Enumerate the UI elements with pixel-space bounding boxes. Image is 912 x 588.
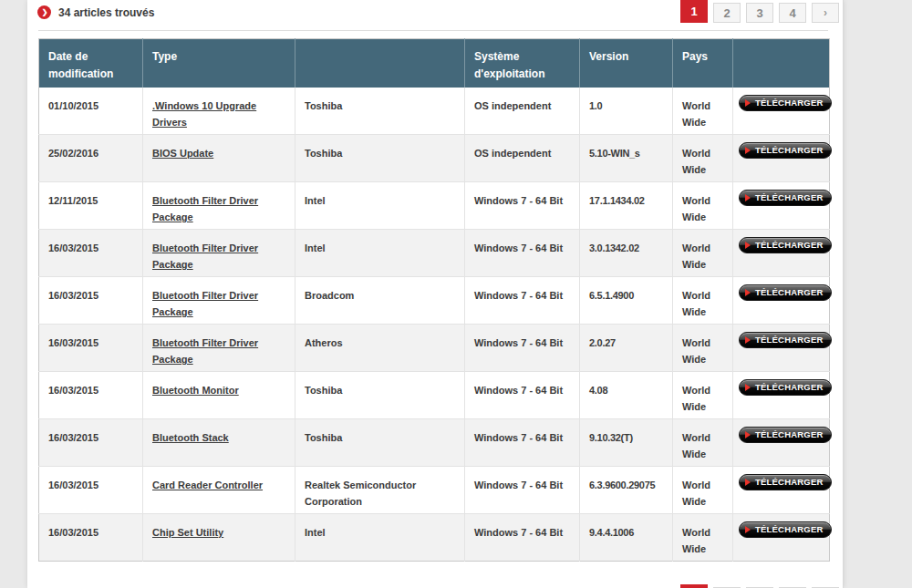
cell-download: TÉLÉCHARGER: [733, 230, 830, 277]
download-button[interactable]: TÉLÉCHARGER: [739, 474, 832, 490]
download-button[interactable]: TÉLÉCHARGER: [739, 427, 832, 443]
cell-country: World Wide: [673, 419, 733, 467]
cell-date: 01/10/2015: [39, 88, 143, 135]
download-arrow-icon: [745, 526, 751, 533]
cell-version: 4.08: [580, 372, 673, 419]
cell-country: World Wide: [673, 230, 733, 277]
cell-date: 25/02/2016: [39, 135, 143, 182]
cell-version: 3.0.1342.02: [580, 230, 673, 277]
column-header: Version: [580, 39, 673, 88]
results-bar: ❯ 34 articles trouvés 1234›: [27, 0, 843, 30]
page-button[interactable]: 3: [746, 3, 773, 23]
cell-download: TÉLÉCHARGER: [733, 277, 830, 325]
download-arrow-icon: [745, 99, 751, 107]
download-label: TÉLÉCHARGER: [755, 428, 824, 442]
cell-version: 6.5.1.4900: [580, 277, 673, 325]
cell-type: .Windows 10 Upgrade Drivers: [143, 88, 295, 135]
table-row: 16/03/2015 Bluetooth Filter Driver Packa…: [39, 325, 830, 372]
results-count: 34 articles trouvés: [58, 6, 154, 19]
cell-download: TÉLÉCHARGER: [733, 182, 830, 230]
download-arrow-icon: [745, 242, 751, 249]
cell-download: TÉLÉCHARGER: [733, 135, 830, 182]
driver-link[interactable]: Chip Set Utility: [152, 527, 223, 538]
cell-os: OS independent: [465, 88, 580, 135]
cell-download: TÉLÉCHARGER: [733, 467, 830, 514]
download-label: TÉLÉCHARGER: [755, 380, 824, 395]
download-button[interactable]: TÉLÉCHARGER: [739, 379, 832, 396]
table-row: 16/03/2015 Bluetooth Monitor Toshiba Win…: [39, 372, 830, 419]
cell-manufacturer: Toshiba: [295, 88, 465, 135]
driver-link[interactable]: Bluetooth Stack: [152, 432, 229, 443]
cell-os: Windows 7 - 64 Bit: [465, 325, 580, 372]
download-button[interactable]: TÉLÉCHARGER: [739, 521, 832, 538]
download-arrow-icon: [745, 431, 751, 438]
download-label: TÉLÉCHARGER: [755, 238, 824, 253]
cell-manufacturer: Intel: [295, 514, 465, 562]
download-arrow-icon: [745, 147, 751, 154]
download-label: TÉLÉCHARGER: [755, 143, 824, 158]
download-button[interactable]: TÉLÉCHARGER: [739, 190, 832, 206]
cell-version: 9.4.4.1006: [580, 514, 673, 562]
driver-link[interactable]: Bluetooth Monitor: [152, 385, 239, 396]
cell-country: World Wide: [673, 135, 733, 182]
driver-link[interactable]: BIOS Update: [152, 148, 213, 159]
cell-os: Windows 7 - 64 Bit: [465, 514, 580, 562]
cell-manufacturer: Broadcom: [295, 277, 465, 325]
download-button[interactable]: TÉLÉCHARGER: [739, 237, 832, 253]
page-button[interactable]: 1: [680, 584, 708, 588]
cell-manufacturer: Atheros: [295, 325, 465, 372]
cell-download: TÉLÉCHARGER: [733, 325, 830, 372]
download-arrow-icon: [745, 289, 751, 296]
column-header: Système d'exploitation: [465, 39, 580, 88]
driver-link[interactable]: .Windows 10 Upgrade Drivers: [152, 100, 256, 128]
next-page-button[interactable]: ›: [812, 3, 839, 23]
download-label: TÉLÉCHARGER: [755, 333, 824, 347]
cell-country: World Wide: [673, 325, 733, 372]
cell-date: 16/03/2015: [39, 230, 143, 277]
driver-link[interactable]: Bluetooth Filter Driver Package: [152, 195, 258, 222]
driver-link[interactable]: Bluetooth Filter Driver Package: [152, 337, 258, 365]
download-button[interactable]: TÉLÉCHARGER: [739, 332, 832, 348]
page-button[interactable]: 4: [779, 3, 806, 23]
cell-country: World Wide: [673, 514, 733, 562]
cell-country: World Wide: [673, 372, 733, 419]
cell-os: Windows 7 - 64 Bit: [465, 277, 580, 325]
table-row: 16/03/2015 Bluetooth Filter Driver Packa…: [39, 277, 830, 325]
page-button[interactable]: 1: [680, 0, 708, 23]
cell-version: 6.3.9600.29075: [580, 467, 673, 514]
download-label: TÉLÉCHARGER: [755, 285, 824, 300]
driver-link[interactable]: Bluetooth Filter Driver Package: [152, 290, 258, 317]
column-header: [295, 39, 465, 88]
cell-download: TÉLÉCHARGER: [733, 88, 830, 135]
download-arrow-icon: [745, 336, 751, 344]
download-label: TÉLÉCHARGER: [755, 96, 824, 110]
column-header: Type: [143, 39, 295, 88]
download-button[interactable]: TÉLÉCHARGER: [739, 284, 832, 301]
cell-type: Bluetooth Filter Driver Package: [143, 182, 295, 230]
pagination-top: 1234›: [680, 0, 839, 23]
page-button[interactable]: 2: [713, 3, 741, 23]
cell-date: 16/03/2015: [39, 467, 143, 514]
column-header: Pays: [673, 39, 733, 88]
cell-manufacturer: Realtek Semiconductor Corporation: [295, 467, 465, 514]
table-row: 25/02/2016 BIOS Update Toshiba OS indepe…: [39, 135, 830, 182]
cell-download: TÉLÉCHARGER: [733, 514, 830, 562]
cell-type: Bluetooth Filter Driver Package: [143, 230, 295, 277]
column-header: [733, 39, 830, 88]
table-row: 16/03/2015 Bluetooth Filter Driver Packa…: [39, 230, 830, 277]
download-button[interactable]: TÉLÉCHARGER: [739, 142, 832, 159]
cell-version: 1.0: [580, 88, 673, 135]
download-label: TÉLÉCHARGER: [755, 522, 824, 537]
download-button[interactable]: TÉLÉCHARGER: [739, 95, 832, 111]
chevron-circle-icon: ❯: [37, 5, 51, 19]
cell-type: Bluetooth Monitor: [143, 372, 295, 419]
driver-link[interactable]: Bluetooth Filter Driver Package: [152, 242, 258, 270]
cell-type: Chip Set Utility: [143, 514, 295, 562]
download-arrow-icon: [745, 384, 751, 391]
cell-os: OS independent: [465, 135, 580, 182]
cell-date: 16/03/2015: [39, 372, 143, 419]
driver-link[interactable]: Card Reader Controller: [152, 480, 263, 490]
table-row: 16/03/2015 Card Reader Controller Realte…: [39, 467, 830, 514]
cell-manufacturer: Intel: [295, 230, 465, 277]
cell-country: World Wide: [673, 182, 733, 230]
